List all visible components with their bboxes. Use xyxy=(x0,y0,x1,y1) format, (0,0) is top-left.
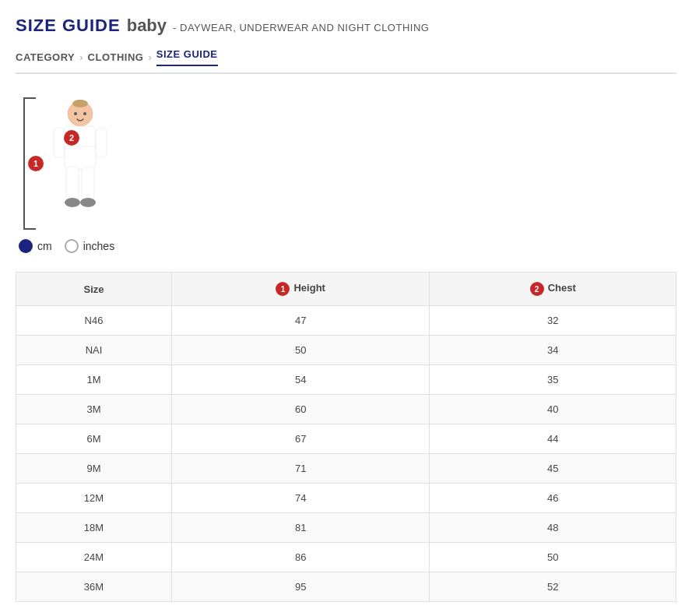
col-header-height: 1Height xyxy=(172,273,430,306)
cm-label: cm xyxy=(37,240,52,252)
cell-chest: 35 xyxy=(430,365,676,395)
svg-point-10 xyxy=(74,112,77,115)
cell-height: 54 xyxy=(172,365,430,395)
svg-rect-7 xyxy=(82,167,94,202)
breadcrumb-size-guide[interactable]: SIZE GUIDE xyxy=(156,48,218,66)
svg-point-8 xyxy=(65,198,80,207)
svg-point-9 xyxy=(80,198,96,207)
cell-height: 47 xyxy=(172,306,430,336)
page-wrapper: SIZE GUIDE baby - DAYWEAR, UNDERWEAR AND… xyxy=(0,0,692,616)
cell-height: 67 xyxy=(172,424,430,454)
cell-size: 36M xyxy=(16,572,172,602)
col-header-chest: 2Chest xyxy=(430,273,676,306)
cell-height: 60 xyxy=(172,395,430,424)
cell-chest: 34 xyxy=(430,336,676,365)
table-row: NAI 50 34 xyxy=(16,336,676,365)
breadcrumb-sep-1: › xyxy=(79,51,83,63)
cell-chest: 40 xyxy=(430,395,676,424)
table-row: N46 47 32 xyxy=(16,306,676,336)
chest-icon: 2 xyxy=(530,282,544,296)
inches-label: inches xyxy=(83,240,114,252)
table-row: 12M 74 46 xyxy=(16,484,676,513)
cell-height: 81 xyxy=(172,513,430,543)
cell-height: 74 xyxy=(172,484,430,513)
diagram-container: 1 xyxy=(23,97,148,230)
breadcrumb-category[interactable]: CATEGORY xyxy=(16,51,75,63)
cell-size: 12M xyxy=(16,484,172,513)
height-marker: 1 xyxy=(28,156,44,171)
inches-radio[interactable] xyxy=(65,239,79,253)
cell-size: 1M xyxy=(16,365,172,395)
chest-marker: 2 xyxy=(64,130,79,146)
cell-height: 50 xyxy=(172,336,430,365)
title-size-guide: SIZE GUIDE xyxy=(16,16,121,36)
col-header-size: Size xyxy=(16,273,172,306)
cell-chest: 48 xyxy=(430,513,676,543)
svg-rect-4 xyxy=(54,128,65,157)
table-row: 1M 54 35 xyxy=(16,365,676,395)
table-row: 18M 81 48 xyxy=(16,513,676,543)
cell-height: 71 xyxy=(172,454,430,484)
cell-size: NAI xyxy=(16,336,172,365)
cell-chest: 44 xyxy=(430,424,676,454)
table-row: 6M 67 44 xyxy=(16,424,676,454)
title-row: SIZE GUIDE baby - DAYWEAR, UNDERWEAR AND… xyxy=(16,16,676,36)
unit-toggle: cm inches xyxy=(19,239,114,253)
title-baby: baby xyxy=(127,16,167,36)
table-header-row: Size 1Height 2Chest xyxy=(16,273,676,306)
breadcrumb-sep-2: › xyxy=(148,51,151,63)
cell-size: N46 xyxy=(16,306,172,336)
cell-chest: 46 xyxy=(430,484,676,513)
cell-chest: 32 xyxy=(430,306,676,336)
table-row: 36M 95 52 xyxy=(16,572,676,602)
cell-size: 24M xyxy=(16,543,172,572)
breadcrumb: CATEGORY › CLOTHING › SIZE GUIDE xyxy=(16,48,676,74)
table-row: 24M 86 50 xyxy=(16,543,676,572)
table-row: 9M 71 45 xyxy=(16,454,676,484)
inches-option[interactable]: inches xyxy=(65,239,114,253)
svg-rect-6 xyxy=(66,167,79,202)
baby-figure xyxy=(45,97,115,222)
cell-chest: 45 xyxy=(430,454,676,484)
cell-size: 6M xyxy=(16,424,172,454)
height-icon: 1 xyxy=(276,282,290,296)
cell-chest: 52 xyxy=(430,572,676,602)
cm-radio[interactable] xyxy=(19,239,33,253)
cell-size: 9M xyxy=(16,454,172,484)
svg-rect-5 xyxy=(96,128,107,157)
cell-size: 18M xyxy=(16,513,172,543)
cell-chest: 50 xyxy=(430,543,676,572)
table-row: 3M 60 40 xyxy=(16,395,676,424)
cm-option[interactable]: cm xyxy=(19,239,52,253)
svg-point-11 xyxy=(83,112,86,115)
table-body: N46 47 32 NAI 50 34 1M 54 35 3M 60 40 6M… xyxy=(16,306,676,602)
cell-size: 3M xyxy=(16,395,172,424)
svg-point-1 xyxy=(72,100,88,107)
title-subtitle: - DAYWEAR, UNDERWEAR AND NIGHT CLOTHING xyxy=(173,22,429,33)
size-table: Size 1Height 2Chest N46 47 32 NAI 50 34 … xyxy=(16,272,676,602)
cell-height: 95 xyxy=(172,572,430,602)
diagram-section: 1 xyxy=(16,97,676,253)
cell-height: 86 xyxy=(172,543,430,572)
breadcrumb-clothing[interactable]: CLOTHING xyxy=(88,51,144,63)
